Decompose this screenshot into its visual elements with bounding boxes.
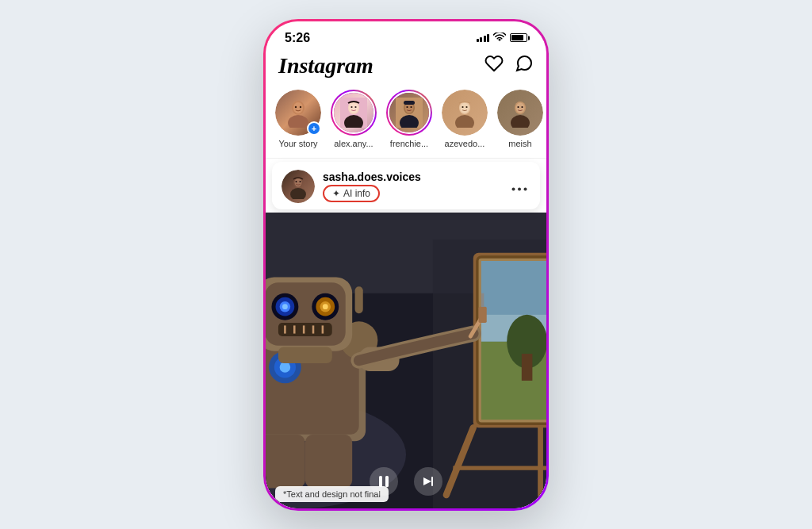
svg-rect-77 (481, 261, 546, 315)
post-menu-button[interactable] (508, 174, 530, 198)
svg-point-20 (461, 102, 469, 113)
svg-rect-90 (379, 476, 382, 487)
svg-point-3 (295, 105, 297, 107)
playback-controls (370, 467, 442, 496)
status-time: 5:26 (285, 31, 310, 45)
sparkle-icon: ✦ (332, 188, 340, 199)
svg-rect-63 (278, 347, 332, 362)
status-icons (477, 32, 528, 44)
svg-point-33 (512, 188, 515, 191)
story-item-frenchie[interactable]: frenchie... (386, 90, 432, 148)
post-image: *Text and design not final (266, 213, 546, 508)
post-info: sasha.does.voices ✦ AI info (323, 171, 508, 202)
story-item-meish[interactable]: meish (497, 90, 543, 148)
phone-frame: 5:26 (263, 19, 549, 511)
heart-icon[interactable] (485, 54, 504, 78)
svg-point-44 (280, 362, 291, 373)
svg-point-4 (300, 105, 301, 107)
alex-avatar-container (331, 90, 377, 136)
divider (266, 158, 546, 159)
story-label-your-story: Your story (278, 139, 317, 148)
story-item-your-story[interactable]: + Your story (275, 90, 321, 148)
svg-point-19 (455, 115, 474, 128)
azevedo-avatar-container (442, 90, 488, 136)
svg-point-21 (462, 105, 463, 107)
svg-point-15 (406, 105, 408, 107)
not-final-text: *Text and design not final (283, 489, 381, 499)
stories-row: + Your story (266, 85, 546, 158)
svg-rect-80 (522, 354, 533, 381)
svg-point-8 (350, 102, 358, 113)
messenger-icon[interactable] (515, 54, 534, 78)
story-label-meish: meish (508, 139, 531, 148)
svg-point-9 (350, 105, 352, 107)
svg-rect-64 (278, 323, 332, 336)
forward-button[interactable] (414, 467, 442, 496)
svg-point-26 (517, 105, 519, 107)
ai-info-button[interactable]: ✦ AI info (323, 185, 380, 202)
post-avatar[interactable] (282, 170, 315, 203)
svg-point-34 (518, 188, 521, 191)
pause-button[interactable] (370, 467, 398, 496)
svg-rect-71 (305, 434, 352, 488)
azevedo-avatar (442, 90, 488, 136)
svg-point-30 (295, 178, 302, 186)
svg-point-2 (293, 102, 303, 113)
svg-point-32 (300, 181, 301, 182)
meish-avatar (497, 90, 543, 136)
svg-point-16 (410, 105, 412, 107)
svg-point-31 (296, 181, 297, 182)
phone-screen: 5:26 (266, 21, 546, 508)
svg-point-10 (354, 105, 356, 107)
frenchie-avatar-container (386, 90, 432, 136)
battery-icon (510, 33, 527, 42)
ai-info-label: AI info (343, 188, 370, 199)
svg-rect-88 (479, 306, 487, 322)
svg-point-22 (465, 105, 467, 107)
story-label-frenchie: frenchie... (390, 139, 428, 148)
meish-avatar-container (497, 90, 543, 136)
your-story-avatar-container: + (275, 90, 321, 136)
robot-scene: *Text and design not final (266, 213, 546, 508)
add-story-badge: + (307, 121, 321, 136)
svg-rect-62 (355, 286, 363, 313)
signal-icon (477, 34, 490, 42)
story-item-azevedo[interactable]: azevedo... (442, 90, 488, 148)
phone-mockup: 5:26 (263, 19, 549, 511)
frenchie-avatar-ring (386, 90, 432, 136)
svg-point-25 (516, 102, 525, 113)
svg-rect-91 (385, 476, 389, 487)
svg-point-27 (521, 105, 523, 107)
instagram-header: Instagram (266, 50, 546, 85)
instagram-logo: Instagram (278, 53, 373, 79)
status-bar: 5:26 (266, 21, 546, 50)
story-label-azevedo: azevedo... (445, 139, 485, 148)
svg-rect-17 (404, 101, 415, 105)
svg-point-29 (290, 188, 306, 199)
svg-point-35 (524, 188, 527, 191)
wifi-icon (493, 32, 506, 44)
alex-avatar-ring (331, 90, 377, 136)
post-header: sasha.does.voices ✦ AI info (272, 162, 540, 209)
header-icons (485, 54, 534, 78)
svg-point-60 (323, 304, 328, 309)
post-username[interactable]: sasha.does.voices (323, 171, 508, 183)
svg-rect-70 (266, 434, 305, 488)
story-item-alex[interactable]: alex.any... (331, 90, 377, 148)
svg-point-1 (288, 115, 308, 128)
story-label-alex: alex.any... (334, 139, 373, 148)
svg-point-24 (511, 115, 530, 128)
svg-point-56 (282, 304, 288, 309)
